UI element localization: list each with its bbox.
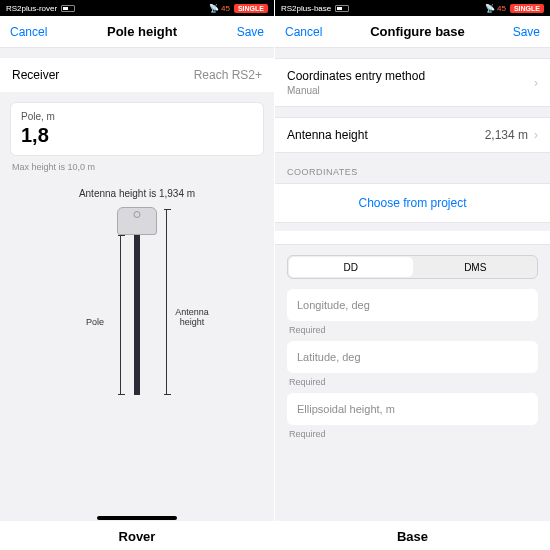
receiver-label: Receiver [12,68,59,82]
chevron-right-icon: › [534,128,538,142]
coordinates-header: COORDINATES [275,153,550,183]
max-height-hint: Max height is 10,0 m [12,162,262,172]
pole-field-label: Pole, m [21,111,253,122]
home-indicator [97,516,177,520]
coord-method-value: Manual [287,85,534,96]
receiver-icon [117,207,157,235]
required-hint: Required [289,377,536,387]
segment-dd[interactable]: DD [289,257,413,277]
pole-icon [134,235,140,395]
save-button[interactable]: Save [237,25,264,39]
page-title: Configure base [370,24,465,39]
footer-label: Rover [0,521,274,550]
device-name: RS2plus-rover [6,4,57,13]
page-title: Pole height [107,24,177,39]
status-bar: RS2plus-rover 📡 45 SINGLE [0,0,274,16]
satellite-count: 📡 45 [209,4,230,13]
diagram: Antenna height is 1,934 m Pole Antenna h… [0,172,274,411]
antenna-value: 2,134 m [485,128,528,142]
receiver-row: Receiver Reach RS2+ [0,58,274,92]
cancel-button[interactable]: Cancel [10,25,47,39]
battery-icon [335,5,349,12]
pole-field-value: 1,8 [21,124,253,147]
save-button[interactable]: Save [513,25,540,39]
antenna-dimension-line [166,209,167,395]
antenna-height-row[interactable]: Antenna height 2,134 m › [275,117,550,153]
required-hint: Required [289,325,536,335]
required-hint: Required [289,429,536,439]
coord-method-label: Coordinates entry method [287,69,534,83]
antenna-label: Antenna height [287,128,485,142]
ellipsoidal-height-input[interactable]: Ellipsoidal height, m [287,393,538,425]
status-bar: RS2plus-base 📡 45 SINGLE [275,0,550,16]
pole-dim-label: Pole [86,317,104,327]
solution-badge: SINGLE [234,4,268,13]
footer-label: Base [275,521,550,550]
device-name: RS2plus-base [281,4,331,13]
satellite-count: 📡 45 [485,4,506,13]
battery-icon [61,5,75,12]
cancel-button[interactable]: Cancel [285,25,322,39]
rover-screen: RS2plus-rover 📡 45 SINGLE Cancel Pole he… [0,0,275,550]
solution-badge: SINGLE [510,4,544,13]
nav-bar: Cancel Configure base Save [275,16,550,48]
longitude-input[interactable]: Longitude, deg [287,289,538,321]
pole-height-field[interactable]: Pole, m 1,8 [10,102,264,156]
pole-dimension-line [120,235,121,395]
receiver-value: Reach RS2+ [194,68,262,82]
nav-bar: Cancel Pole height Save [0,16,274,48]
coord-method-row[interactable]: Coordinates entry method Manual › [275,58,550,107]
choose-from-project-button[interactable]: Choose from project [275,183,550,223]
segment-dms[interactable]: DMS [414,256,538,278]
latitude-input[interactable]: Latitude, deg [287,341,538,373]
coord-format-segmented[interactable]: DD DMS [287,255,538,279]
antenna-dim-label: Antenna height [172,307,212,327]
diagram-caption: Antenna height is 1,934 m [0,188,274,199]
chevron-right-icon: › [534,76,538,90]
base-screen: RS2plus-base 📡 45 SINGLE Cancel Configur… [275,0,550,550]
